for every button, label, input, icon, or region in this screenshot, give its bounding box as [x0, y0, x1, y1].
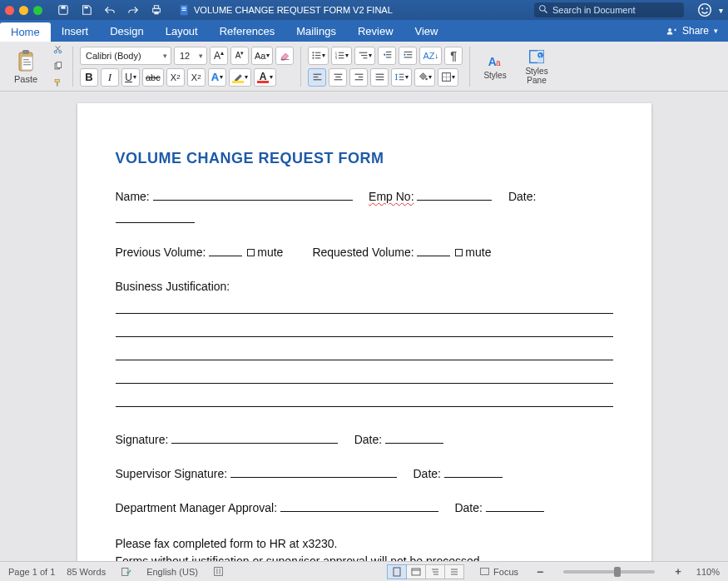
align-left-button[interactable] [308, 68, 326, 87]
autosave-icon[interactable] [54, 2, 72, 18]
svg-point-14 [706, 7, 708, 9]
feedback-smiley-icon[interactable] [697, 2, 712, 17]
search-icon [538, 4, 548, 14]
print-icon[interactable] [147, 2, 166, 18]
tab-layout[interactable]: Layout [155, 20, 209, 42]
document-canvas[interactable]: VOLUME CHANGE REQUEST FORM Name: Emp No:… [0, 92, 728, 561]
copy-icon[interactable] [50, 60, 66, 73]
tab-view[interactable]: View [404, 20, 449, 42]
tab-design[interactable]: Design [99, 20, 154, 42]
tab-insert[interactable]: Insert [51, 20, 100, 42]
svg-text:3: 3 [335, 56, 338, 60]
decrease-indent-button[interactable] [378, 47, 396, 65]
instructions-block: Please fax completed form to HR at x3230… [116, 535, 613, 561]
shrink-font-button[interactable]: A▾ [230, 47, 249, 65]
zoom-slider[interactable] [563, 570, 655, 574]
show-marks-button[interactable]: ¶ [444, 47, 463, 65]
borders-button[interactable]: ▾ [438, 68, 458, 87]
redo-icon[interactable] [124, 2, 142, 18]
tab-mailings[interactable]: Mailings [285, 20, 347, 42]
chevron-down-icon[interactable]: ▾ [719, 6, 723, 15]
close-window-button[interactable] [5, 6, 14, 15]
tab-review[interactable]: Review [347, 20, 404, 42]
accessibility-icon[interactable] [210, 566, 227, 577]
svg-rect-81 [412, 569, 420, 575]
text-effects-button[interactable]: A▾ [208, 68, 226, 87]
italic-button[interactable]: I [101, 68, 119, 87]
underline-button[interactable]: U▾ [121, 68, 140, 87]
minimize-window-button[interactable] [19, 6, 28, 15]
search-box[interactable] [534, 2, 684, 17]
paste-button[interactable]: Paste [7, 45, 45, 88]
cut-icon[interactable] [50, 43, 66, 57]
search-input[interactable] [534, 2, 684, 17]
align-center-button[interactable] [329, 68, 347, 87]
strikethrough-button[interactable]: abc [142, 68, 164, 87]
increase-indent-button[interactable] [399, 47, 417, 65]
align-right-button[interactable] [349, 68, 368, 87]
svg-line-11 [545, 11, 547, 13]
word-count[interactable]: 85 Words [67, 567, 106, 577]
supervisor-signature-line: Supervisor Signature: Date: [116, 463, 613, 485]
shading-button[interactable]: ▾ [414, 68, 435, 87]
print-layout-view-button[interactable] [387, 564, 407, 579]
svg-rect-2 [84, 7, 87, 9]
name-emp-date-line: Name: Emp No: Date: [116, 186, 613, 230]
clear-formatting-button[interactable] [275, 47, 294, 65]
fullscreen-window-button[interactable] [33, 6, 42, 15]
svg-point-33 [313, 57, 314, 59]
font-color-button[interactable]: A▾ [254, 68, 276, 87]
undo-icon[interactable] [101, 2, 119, 18]
window-controls [5, 6, 42, 15]
svg-rect-8 [182, 8, 186, 9]
multilevel-list-button[interactable]: ▾ [354, 47, 375, 65]
sort-button[interactable]: AZ↓ [419, 47, 442, 65]
format-painter-icon[interactable] [50, 77, 66, 90]
tab-home[interactable]: Home [0, 22, 51, 42]
web-layout-view-button[interactable] [406, 564, 426, 579]
svg-rect-80 [394, 568, 400, 576]
styles-button[interactable]: Aa Styles [477, 45, 513, 88]
svg-rect-4 [154, 6, 158, 9]
zoom-in-button[interactable]: + [671, 565, 685, 578]
subscript-button[interactable]: X2 [166, 68, 185, 87]
bullets-button[interactable]: ▾ [308, 47, 329, 65]
svg-point-31 [313, 52, 314, 53]
svg-rect-28 [55, 79, 60, 82]
titlebar: VOLUME CHANGE REQUEST FORM V2 FINAL ▾ [0, 0, 728, 20]
zoom-level[interactable]: 110% [696, 567, 720, 577]
align-justify-button[interactable] [370, 68, 389, 87]
justification-lines [116, 302, 613, 407]
dept-approval-line: Department Manager Approval: Date: [116, 497, 613, 519]
svg-line-25 [56, 46, 60, 51]
business-justification-label: Business Justification: [116, 276, 613, 298]
line-spacing-button[interactable]: ▾ [391, 68, 412, 87]
highlight-button[interactable]: ▾ [229, 68, 251, 87]
styles-pane-button[interactable]: ¶ Styles Pane [518, 45, 555, 88]
status-bar: Page 1 of 1 85 Words English (US) Focus … [0, 561, 728, 581]
change-case-button[interactable]: Aa▾ [251, 47, 273, 65]
font-size-select[interactable]: 12▾ [174, 47, 207, 65]
page-count[interactable]: Page 1 of 1 [8, 567, 55, 577]
share-button[interactable]: Share ▾ [656, 20, 728, 42]
numbering-button[interactable]: 123▾ [331, 47, 352, 65]
language-indicator[interactable]: English (US) [146, 567, 198, 577]
share-icon [666, 26, 677, 37]
spellcheck-icon[interactable] [117, 566, 135, 577]
tab-references[interactable]: References [209, 20, 285, 42]
svg-rect-18 [22, 57, 32, 70]
superscript-button[interactable]: X2 [187, 68, 206, 87]
grow-font-button[interactable]: A▴ [210, 47, 228, 65]
document-page: VOLUME CHANGE REQUEST FORM Name: Emp No:… [77, 103, 651, 561]
svg-rect-29 [57, 82, 57, 87]
svg-rect-7 [182, 7, 186, 8]
bold-button[interactable]: B [80, 68, 98, 87]
font-name-select[interactable]: Calibri (Body)▾ [80, 47, 171, 65]
svg-point-68 [426, 78, 428, 80]
svg-point-12 [699, 4, 711, 17]
draft-view-button[interactable] [444, 564, 464, 579]
outline-view-button[interactable] [425, 564, 445, 579]
save-icon[interactable] [77, 2, 96, 18]
focus-mode-button[interactable]: Focus [476, 566, 522, 577]
zoom-out-button[interactable]: − [533, 565, 547, 579]
